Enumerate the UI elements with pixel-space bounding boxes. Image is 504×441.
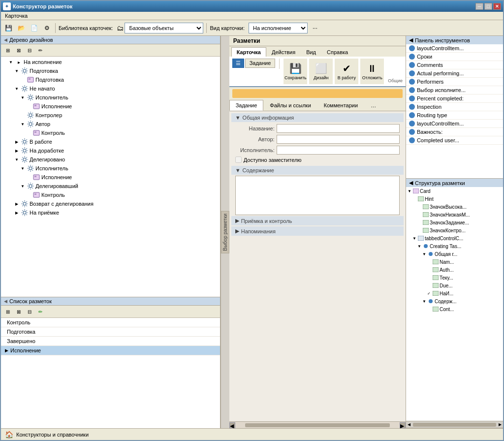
- tool-item[interactable]: Performers: [406, 78, 503, 86]
- tree-expand-icon[interactable]: ▶: [14, 201, 20, 207]
- tree-expand-icon[interactable]: ▶: [14, 148, 20, 154]
- struct-item[interactable]: ✓НаИ...: [406, 289, 503, 297]
- struct-scroll-left[interactable]: ◀: [406, 422, 412, 427]
- tree-item[interactable]: ▶На приёмке: [2, 208, 219, 217]
- tree-expand-icon[interactable]: ▼: [20, 165, 26, 171]
- tool-item[interactable]: Actual performing...: [406, 69, 503, 78]
- struct-item[interactable]: ЗначокНизкаяМ...: [406, 211, 503, 219]
- tree-expand-icon[interactable]: [26, 130, 32, 136]
- author-input[interactable]: [277, 135, 400, 144]
- ribbon-tab-actions[interactable]: Действия: [266, 47, 301, 57]
- struct-item[interactable]: Nam...: [406, 258, 503, 266]
- tree-item[interactable]: Подготовка: [2, 75, 219, 84]
- ribbon-tab-help[interactable]: Справка: [321, 47, 353, 57]
- tool-item[interactable]: Routing type: [406, 111, 503, 120]
- tree-btn-4[interactable]: ✏: [35, 45, 45, 55]
- content-section-header[interactable]: ▼ Содержание: [231, 166, 404, 175]
- struct-item[interactable]: Hint: [406, 195, 503, 203]
- library-select[interactable]: Базовые объекты: [125, 23, 203, 33]
- general-info-header[interactable]: ▼ Общая информация: [231, 113, 404, 122]
- ribbon-tab-view[interactable]: Вид: [301, 47, 321, 57]
- close-button[interactable]: ✕: [493, 3, 501, 10]
- view-more-btn[interactable]: ···: [310, 23, 320, 33]
- tree-expand-icon[interactable]: ▼: [14, 68, 20, 74]
- tool-item[interactable]: Percent completed:: [406, 94, 503, 103]
- struct-item[interactable]: Cont...: [406, 305, 503, 313]
- sub-tab-toggle-list[interactable]: ☰: [232, 59, 244, 68]
- tool-item[interactable]: Completed user...: [406, 136, 503, 145]
- tree-item[interactable]: Контроль: [2, 190, 219, 199]
- minimize-button[interactable]: ─: [475, 3, 483, 10]
- struct-item[interactable]: ▼Содерж...: [406, 297, 503, 305]
- tool-item[interactable]: Сроки: [406, 53, 503, 61]
- list-item[interactable]: Завершено: [1, 337, 220, 346]
- tree-expand-icon[interactable]: ▶: [14, 139, 20, 145]
- struct-item[interactable]: ЗначокКонтро...: [406, 226, 503, 234]
- tree-item[interactable]: ▶На доработке: [2, 146, 219, 155]
- content-tab-more[interactable]: …: [364, 100, 382, 111]
- tree-expand-icon[interactable]: [20, 77, 26, 83]
- tool-item[interactable]: Выбор исполните...: [406, 86, 503, 94]
- content-tab-comments[interactable]: Комментарии: [317, 100, 364, 111]
- struct-item[interactable]: ▼Card: [406, 187, 503, 195]
- reminders-header[interactable]: ▶ Напоминания: [231, 226, 404, 236]
- tree-btn-2[interactable]: ⊠: [14, 45, 24, 55]
- list-item[interactable]: Контроль: [1, 318, 220, 327]
- tree-expand-icon[interactable]: [26, 192, 32, 198]
- view-select[interactable]: На исполнение: [249, 23, 308, 33]
- horizontal-scrollbar[interactable]: ◀ ▶: [229, 421, 406, 428]
- ribbon-work-btn[interactable]: ✔ В работу: [335, 59, 358, 84]
- struct-item[interactable]: ЗначокВысока...: [406, 203, 503, 211]
- struct-item[interactable]: ▼Общая г...: [406, 250, 503, 258]
- tree-item[interactable]: ▼▸На исполнение: [2, 58, 219, 66]
- tool-item[interactable]: layoutControlItem...: [406, 120, 503, 128]
- list-btn-3[interactable]: ⊟: [25, 307, 34, 316]
- tree-expand-icon[interactable]: [20, 112, 26, 118]
- list-btn-edit[interactable]: ✏: [35, 307, 45, 316]
- struct-scroll-right[interactable]: ▶: [497, 422, 503, 427]
- vertical-tab[interactable]: Выбор разметки: [221, 211, 229, 253]
- tool-item[interactable]: Важность:: [406, 128, 503, 136]
- tree-btn-1[interactable]: ⊞: [3, 45, 13, 55]
- substitute-checkbox[interactable]: [235, 157, 242, 163]
- struct-item[interactable]: Due...: [406, 282, 503, 289]
- tool-item[interactable]: layoutControlItem...: [406, 44, 503, 53]
- struct-item[interactable]: ▼tabbedControlC...: [406, 234, 503, 242]
- ribbon-design-btn[interactable]: ⬜ Дизайн: [309, 59, 333, 84]
- tree-btn-3[interactable]: ⊟: [25, 45, 34, 55]
- ribbon-save-btn[interactable]: 💾 Сохранить: [284, 59, 307, 84]
- tree-item[interactable]: ▶Возврат с делегирования: [2, 199, 219, 208]
- toolbar-new-btn[interactable]: 💾: [3, 23, 14, 33]
- toolbar-open-btn[interactable]: 📂: [16, 23, 27, 33]
- tree-item[interactable]: Исполнение: [2, 102, 219, 111]
- tree-expand-icon[interactable]: ▼: [20, 121, 26, 127]
- tree-item[interactable]: ▼Автор: [2, 120, 219, 128]
- tree-expand-icon[interactable]: ▼: [14, 86, 20, 92]
- hscroll-thumb[interactable]: [245, 423, 390, 427]
- tree-expand-icon[interactable]: [26, 103, 32, 109]
- ribbon-tab-card[interactable]: Карточка: [231, 47, 266, 57]
- tree-item[interactable]: ▼Делегировано: [2, 155, 219, 164]
- hscroll-right-btn[interactable]: ▶: [400, 422, 406, 428]
- tree-expand-icon[interactable]: ▼: [8, 59, 14, 65]
- name-input[interactable]: [277, 124, 400, 133]
- toolbar-save-btn[interactable]: 📄: [29, 23, 39, 33]
- struct-item[interactable]: ЗначокЗадание...: [406, 219, 503, 226]
- tree-expand-icon[interactable]: ▶: [14, 210, 20, 216]
- tool-item[interactable]: Inspection: [406, 103, 503, 111]
- tree-expand-icon[interactable]: ▼: [14, 157, 20, 162]
- list-item[interactable]: Подготовка: [1, 327, 220, 337]
- list-item[interactable]: ▶Исполнение: [1, 346, 220, 355]
- tree-item[interactable]: ▼Не начато: [2, 84, 219, 93]
- sub-tab-toggle-task[interactable]: Задание: [245, 59, 276, 68]
- tree-item[interactable]: ▼Исполнитель: [2, 164, 219, 173]
- executor-input[interactable]: [277, 146, 400, 155]
- content-tab-files[interactable]: Файлы и ссылки: [263, 100, 317, 111]
- reception-header[interactable]: ▶ Приёмка и контроль: [231, 216, 404, 225]
- content-tab-task[interactable]: Задание: [229, 100, 264, 111]
- hscroll-left-btn[interactable]: ◀: [229, 422, 235, 428]
- list-btn-1[interactable]: ⊞: [3, 307, 13, 316]
- toolbar-settings-btn[interactable]: ⚙: [41, 23, 52, 33]
- ribbon-postpone-btn[interactable]: ⏸ Отложить: [360, 59, 384, 84]
- maximize-button[interactable]: □: [484, 3, 492, 10]
